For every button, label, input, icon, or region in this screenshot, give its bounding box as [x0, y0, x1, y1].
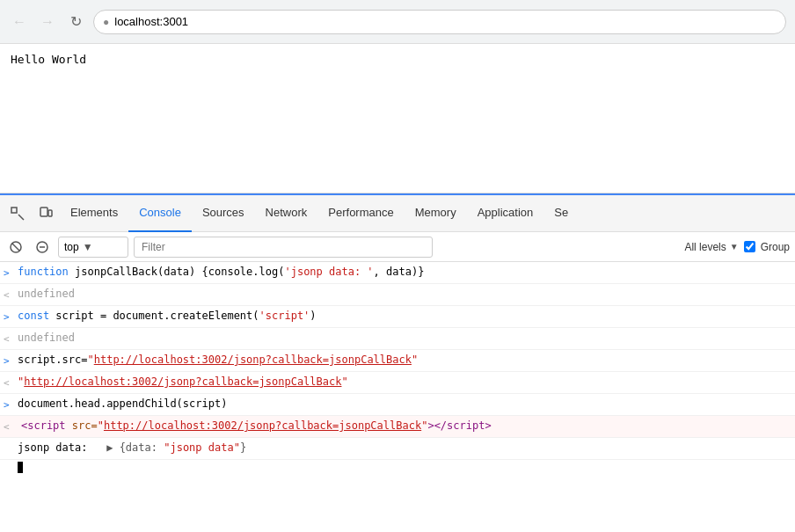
levels-dropdown-icon: ▼	[730, 242, 739, 251]
console-row: > const script = document.createElement(…	[0, 306, 795, 328]
input-arrow: >	[4, 264, 18, 281]
back-button[interactable]: ←	[9, 11, 30, 33]
device-toolbar-icon[interactable]	[33, 201, 58, 226]
console-row: < undefined	[0, 328, 795, 350]
context-dropdown-icon: ▼	[83, 241, 93, 253]
svg-line-4	[12, 244, 19, 251]
tab-sources-label: Sources	[202, 206, 244, 219]
hello-world-text: Hello World	[11, 53, 86, 66]
console-cursor-line[interactable]	[0, 460, 795, 475]
tab-application-label: Application	[478, 206, 534, 219]
console-line-5: script.src="http://localhost:3002/jsonp?…	[18, 352, 418, 368]
tab-memory-label: Memory	[415, 206, 456, 219]
tab-console-label: Console	[139, 206, 181, 219]
svg-rect-2	[48, 210, 52, 216]
filter-input[interactable]	[134, 237, 433, 258]
devtools-toolbar: top ▼ All levels ▼ Group	[0, 232, 795, 262]
input-arrow: >	[4, 352, 18, 369]
console-row: < undefined	[0, 284, 795, 306]
console-row: > jsonp data: ▶ {data: "jsonp data"}	[0, 438, 795, 460]
inspect-element-icon[interactable]	[5, 201, 30, 226]
console-row: > script.src="http://localhost:3002/json…	[0, 350, 795, 372]
output-arrow: <	[4, 330, 18, 347]
context-value: top	[64, 241, 79, 253]
cursor	[18, 462, 23, 473]
devtools-tabs-bar: Elements Console Sources Network Perform…	[0, 195, 795, 232]
spacer-arrow: >	[4, 440, 18, 457]
tab-console[interactable]: Console	[128, 195, 192, 232]
lock-icon: ●	[103, 16, 109, 28]
group-label: Group	[761, 241, 790, 253]
reload-button[interactable]: ↻	[65, 11, 86, 33]
tab-network-label: Network	[266, 206, 308, 219]
tab-memory[interactable]: Memory	[405, 195, 467, 232]
address-bar[interactable]: ● localhost:3001	[93, 10, 786, 34]
console-row: < <script src="http://localhost:3002/jso…	[0, 416, 795, 438]
tab-elements[interactable]: Elements	[60, 195, 128, 232]
forward-button[interactable]: →	[37, 11, 58, 33]
output-arrow: <	[4, 418, 18, 435]
console-row: > function jsonpCallBack(data) {console.…	[0, 262, 795, 284]
console-line-6: "http://localhost:3002/jsonp?callback=js…	[18, 374, 348, 390]
all-levels-dropdown[interactable]: All levels ▼	[684, 241, 738, 253]
page-content: Hello World	[0, 44, 795, 193]
group-checkbox[interactable]	[744, 241, 755, 252]
filter-icon-button[interactable]	[32, 237, 53, 258]
devtools-panel: Elements Console Sources Network Perform…	[0, 193, 795, 532]
svg-rect-1	[40, 208, 47, 216]
console-line-9: jsonp data: ▶ {data: "jsonp data"}	[18, 440, 246, 455]
output-arrow: <	[4, 286, 18, 303]
input-arrow: >	[4, 396, 18, 413]
tab-performance[interactable]: Performance	[317, 195, 404, 232]
output-arrow: <	[4, 374, 18, 391]
tab-application[interactable]: Application	[467, 195, 544, 232]
console-output[interactable]: > function jsonpCallBack(data) {console.…	[0, 262, 795, 532]
tab-sources[interactable]: Sources	[192, 195, 255, 232]
svg-rect-0	[11, 208, 17, 213]
all-levels-label: All levels	[684, 241, 726, 253]
console-line-4: undefined	[18, 330, 75, 346]
console-line-3: const script = document.createElement('s…	[18, 308, 317, 324]
clear-console-button[interactable]	[5, 237, 26, 258]
console-line-7: document.head.appendChild(script)	[18, 396, 227, 412]
browser-chrome: ← → ↻ ● localhost:3001	[0, 0, 795, 44]
console-line-8: <script src="http://localhost:3002/jsonp…	[18, 418, 492, 434]
tab-performance-label: Performance	[328, 206, 393, 219]
input-arrow: >	[4, 308, 18, 325]
tab-security[interactable]: Se	[543, 195, 579, 232]
url-text: localhost:3001	[114, 15, 188, 28]
tab-security-label: Se	[554, 206, 568, 219]
console-row: < "http://localhost:3002/jsonp?callback=…	[0, 372, 795, 394]
console-line-1: function jsonpCallBack(data) {console.lo…	[18, 264, 424, 280]
context-selector[interactable]: top ▼	[58, 237, 128, 258]
tab-network[interactable]: Network	[255, 195, 318, 232]
console-line-2: undefined	[18, 286, 75, 302]
console-row: > document.head.appendChild(script)	[0, 394, 795, 416]
tab-elements-label: Elements	[70, 206, 118, 219]
